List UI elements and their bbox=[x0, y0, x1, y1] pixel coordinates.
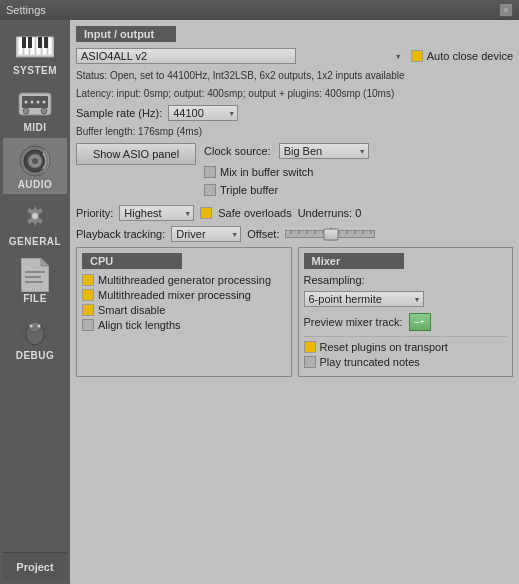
svg-line-36 bbox=[44, 338, 51, 341]
svg-rect-26 bbox=[25, 271, 45, 273]
offset-label: Offset: bbox=[247, 228, 279, 240]
sample-rate-label: Sample rate (Hz): bbox=[76, 107, 162, 119]
system-icon bbox=[15, 29, 55, 65]
project-button[interactable]: Project bbox=[3, 552, 67, 580]
clock-source-select[interactable]: Big Ben Internal bbox=[279, 143, 369, 159]
svg-rect-27 bbox=[25, 276, 41, 278]
io-section-header: Input / output bbox=[76, 26, 176, 42]
multithreaded-gen-checkbox[interactable] bbox=[82, 274, 94, 286]
main-content: Input / output ASIO4ALL v2 Auto close de… bbox=[70, 20, 519, 584]
resampling-select-wrapper: 6-point hermite 4-point hermite linear n… bbox=[304, 291, 424, 307]
offset-slider-track bbox=[285, 230, 375, 238]
sidebar-item-midi[interactable]: MIDI bbox=[3, 81, 67, 137]
general-icon bbox=[15, 200, 55, 236]
sample-rate-select[interactable]: 44100 48000 88200 96000 bbox=[168, 105, 238, 121]
status-line2: Latency: input: 0smp; output: 400smp; ou… bbox=[76, 87, 513, 101]
sidebar-system-label: System bbox=[13, 65, 57, 76]
sidebar-general-label: GENERAL bbox=[9, 236, 61, 247]
clock-source-row: Clock source: Big Ben Internal bbox=[204, 143, 369, 159]
device-select-wrapper: ASIO4ALL v2 bbox=[76, 48, 405, 64]
svg-line-31 bbox=[19, 327, 26, 330]
mix-options: Mix in buffer switch Triple buffer bbox=[204, 166, 369, 199]
svg-point-23 bbox=[32, 213, 38, 219]
svg-point-13 bbox=[23, 108, 29, 114]
play-truncated-row: Play truncated notes bbox=[304, 356, 508, 368]
svg-line-34 bbox=[44, 327, 51, 330]
show-asio-button[interactable]: Show ASIO panel bbox=[76, 143, 196, 165]
playback-tracking-select[interactable]: Driver Internal bbox=[171, 226, 241, 242]
reset-plugins-row: Reset plugins on transport bbox=[304, 341, 508, 353]
svg-line-33 bbox=[19, 338, 26, 341]
play-truncated-checkbox[interactable] bbox=[304, 356, 316, 368]
safe-overloads-indicator bbox=[200, 207, 212, 219]
svg-point-22 bbox=[32, 158, 38, 164]
preview-mixer-label: Preview mixer track: bbox=[304, 316, 403, 328]
sidebar-audio-label: AUDIO bbox=[18, 179, 53, 190]
sidebar-item-debug[interactable]: DEBUG bbox=[3, 309, 67, 365]
sample-rate-select-wrapper: 44100 48000 88200 96000 bbox=[168, 105, 238, 121]
sidebar-item-general[interactable]: GENERAL bbox=[3, 195, 67, 251]
cpu-item-1: Multithreaded mixer processing bbox=[82, 289, 286, 301]
clock-source-wrapper: Big Ben Internal bbox=[279, 143, 369, 159]
priority-label: Priority: bbox=[76, 207, 113, 219]
cpu-item-3: Align tick lengths bbox=[82, 319, 286, 331]
auto-close-checkbox[interactable] bbox=[411, 50, 423, 62]
mixer-section: Mixer Resampling: 6-point hermite 4-poin… bbox=[298, 247, 514, 377]
svg-point-15 bbox=[25, 101, 28, 104]
cpu-item-0: Multithreaded generator processing bbox=[82, 274, 286, 286]
sidebar-item-audio[interactable]: AUDIO bbox=[3, 138, 67, 194]
triple-buffer-checkbox[interactable] bbox=[204, 184, 216, 196]
auto-close-row: Auto close device bbox=[411, 50, 513, 62]
resampling-select[interactable]: 6-point hermite 4-point hermite linear n… bbox=[304, 291, 424, 307]
sidebar: System MIDI bbox=[0, 20, 70, 584]
safe-overloads-label: Safe overloads bbox=[218, 207, 291, 219]
align-tick-checkbox[interactable] bbox=[82, 319, 94, 331]
mix-in-buffer-checkbox[interactable] bbox=[204, 166, 216, 178]
device-select[interactable]: ASIO4ALL v2 bbox=[76, 48, 296, 64]
cpu-items: Multithreaded generator processing Multi… bbox=[82, 274, 286, 331]
preview-mixer-row: Preview mixer track: –+ bbox=[304, 313, 508, 331]
input-output-section: Input / output ASIO4ALL v2 Auto close de… bbox=[76, 26, 513, 242]
sidebar-item-system[interactable]: System bbox=[3, 24, 67, 80]
playback-tracking-wrapper: Driver Internal bbox=[171, 226, 241, 242]
settings-window: Settings × bbox=[0, 0, 519, 584]
preview-mixer-button[interactable]: –+ bbox=[409, 313, 431, 331]
multithreaded-gen-label: Multithreaded generator processing bbox=[98, 274, 271, 286]
svg-point-14 bbox=[41, 108, 47, 114]
reset-plugins-checkbox[interactable] bbox=[304, 341, 316, 353]
triple-buffer-label: Triple buffer bbox=[220, 184, 278, 196]
file-icon bbox=[15, 257, 55, 293]
cpu-mixer-section: CPU Multithreaded generator processing M… bbox=[76, 247, 513, 377]
midi-icon bbox=[15, 86, 55, 122]
triple-buffer-row: Triple buffer bbox=[204, 184, 369, 196]
midi-icon-svg bbox=[17, 89, 53, 119]
status-line1: Status: Open, set to 44100Hz, Int32LSB, … bbox=[76, 69, 513, 83]
sidebar-item-file[interactable]: FILE bbox=[3, 252, 67, 308]
mix-in-buffer-label: Mix in buffer switch bbox=[220, 166, 313, 178]
window-title: Settings bbox=[6, 4, 46, 16]
clock-options-col: Clock source: Big Ben Internal bbox=[204, 143, 369, 199]
multithreaded-mix-label: Multithreaded mixer processing bbox=[98, 289, 251, 301]
sidebar-midi-label: MIDI bbox=[23, 122, 46, 133]
close-button[interactable]: × bbox=[499, 3, 513, 17]
play-truncated-label: Play truncated notes bbox=[320, 356, 420, 368]
playback-row: Playback tracking: Driver Internal Offse… bbox=[76, 226, 513, 242]
device-row: ASIO4ALL v2 Auto close device bbox=[76, 48, 513, 64]
svg-point-38 bbox=[38, 325, 41, 328]
audio-icon bbox=[15, 143, 55, 179]
svg-point-37 bbox=[30, 325, 33, 328]
project-label: Project bbox=[16, 561, 53, 573]
align-tick-label: Align tick lengths bbox=[98, 319, 181, 331]
buffer-info: Buffer length: 176smp (4ms) bbox=[76, 126, 513, 137]
priority-select[interactable]: Highest High Normal Low bbox=[119, 205, 194, 221]
asio-panel-col: Show ASIO panel bbox=[76, 143, 196, 165]
multithreaded-mix-checkbox[interactable] bbox=[82, 289, 94, 301]
main-layout: System MIDI bbox=[0, 20, 519, 584]
mix-in-buffer-row: Mix in buffer switch bbox=[204, 166, 369, 178]
resampling-row: Resampling: bbox=[304, 274, 508, 286]
cpu-section: CPU Multithreaded generator processing M… bbox=[76, 247, 292, 377]
priority-row: Priority: Highest High Normal Low Safe o… bbox=[76, 205, 513, 221]
underruns-label: Underruns: 0 bbox=[298, 207, 362, 219]
smart-disable-checkbox[interactable] bbox=[82, 304, 94, 316]
title-bar: Settings × bbox=[0, 0, 519, 20]
